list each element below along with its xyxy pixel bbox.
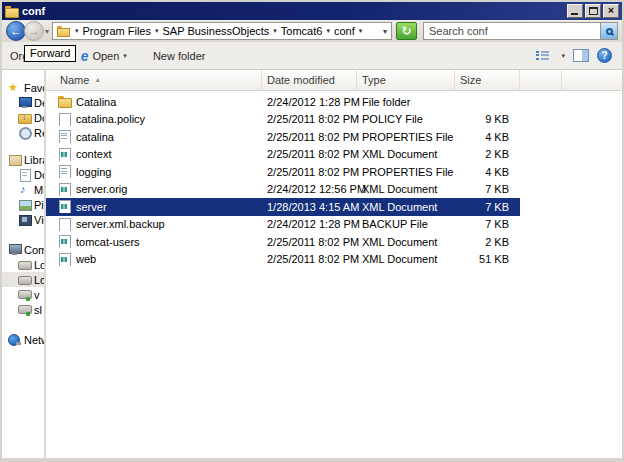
file-size: 4 KB [455,166,520,178]
netdrive-icon [18,288,31,301]
sidebar-item-videos[interactable]: Videos [2,212,44,227]
file-row[interactable]: web2/25/2011 8:02 PMXML Document51 KB [46,251,520,269]
new-folder-button[interactable]: New folder [153,50,206,62]
sidebar-item-label: Downloads [34,112,46,124]
sidebar-item-pictures[interactable]: Pictures [2,197,44,212]
window-title: conf [22,5,565,17]
column-header-date-modified[interactable]: Date modified [262,70,357,90]
sidebar-item-computer[interactable]: Computer [2,242,44,257]
internet-explorer-icon: e [81,50,89,62]
sidebar-item-label: sl [34,304,42,316]
file-row[interactable]: catalina.policy2/25/2011 8:02 PMPOLICY F… [46,111,520,129]
sort-ascending-icon: ▲ [94,76,101,83]
forward-button[interactable]: → [24,21,44,41]
breadcrumb-item[interactable]: Tomcat6 [281,25,323,37]
sidebar-item-favorites[interactable]: Favorites [2,80,44,95]
sidebar-item-recent-places[interactable]: Recent Places [2,125,44,140]
file-name-cell: Catalina [46,95,262,108]
sidebar-item-label: Network [24,334,46,346]
sidebar-item-label: Desktop [34,97,46,109]
desktop-icon [18,96,31,109]
address-dropdown-icon[interactable]: ▾ [377,27,387,36]
star-icon [8,81,21,94]
maximize-button[interactable] [585,4,601,18]
search-button[interactable] [600,23,617,39]
recent-pages-chevron-icon[interactable]: ▾ [45,27,49,36]
search-icon [606,28,613,35]
file-size: 2 KB [455,236,520,248]
sidebar-item-music[interactable]: Music [2,182,44,197]
drive-icon [18,273,31,286]
column-header-label: Name [60,74,89,86]
file-name: tomcat-users [76,236,140,248]
sidebar-item-documents[interactable]: Documents [2,167,44,182]
file-row[interactable]: server.xml.backup2/24/2012 1:28 PMBACKUP… [46,216,520,234]
breadcrumb-item[interactable]: Program Files [83,25,151,37]
close-icon: × [604,4,618,16]
column-header-name[interactable]: Name▲ [46,70,262,90]
file-row[interactable]: context2/25/2011 8:02 PMXML Document2 KB [46,146,520,164]
crumb-separator-icon: ▾ [155,27,159,35]
xml-icon [58,235,71,248]
back-button[interactable]: ← [6,21,26,41]
preview-pane-icon[interactable] [573,49,589,62]
column-header-empty[interactable] [520,70,562,90]
netdrive-icon [18,303,31,316]
sidebar-item-local-disk[interactable]: Local Disk [2,272,44,287]
breadcrumb-item[interactable]: SAP BusinessObjects [163,25,270,37]
sidebar-item-label: Music [34,184,46,196]
crumb-separator-icon: ▾ [75,27,79,35]
file-type: BACKUP File [357,218,455,230]
views-dropdown-icon[interactable]: ▾ [561,52,565,60]
file-icon [58,218,71,231]
sidebar-item-label: Videos [34,214,46,226]
file-row[interactable]: catalina2/25/2011 8:02 PMPROPERTIES File… [46,128,520,146]
views-icon[interactable] [536,51,549,61]
sidebar-item-label: Favorites [24,82,46,94]
sidebar-item-local-disk[interactable]: Local Disk [2,257,44,272]
close-button[interactable]: × [603,4,619,18]
sidebar-item-label: Recent Places [34,127,46,139]
file-name: catalina.policy [76,113,145,125]
refresh-button[interactable]: ↻ [396,22,417,40]
open-button[interactable]: Open [92,50,119,62]
sidebar-item-sl[interactable]: sl [2,302,44,317]
breadcrumb-item[interactable]: conf [334,25,355,37]
file-name: catalina [76,131,114,143]
navigation-pane: FavoritesDesktopDownloadsRecent PlacesLi… [2,70,46,458]
file-icon [58,113,71,126]
address-band: ← → ▾ ▾Program Files▾SAP BusinessObjects… [2,20,622,42]
column-header-type[interactable]: Type [357,70,455,90]
open-dropdown-icon[interactable]: ▾ [123,52,127,60]
file-size: 7 KB [455,201,520,213]
file-row[interactable]: Catalina2/24/2012 1:28 PMFile folder [46,93,520,111]
file-name-cell: server [46,200,262,213]
sidebar-item-network[interactable]: Network [2,332,44,347]
file-row[interactable]: logging2/25/2011 8:02 PMPROPERTIES File4… [46,163,520,181]
file-type: XML Document [357,236,455,248]
search-box[interactable] [423,22,618,40]
sidebar-item-libraries[interactable]: Libraries [2,152,44,167]
file-row[interactable]: tomcat-users2/25/2011 8:02 PMXML Documen… [46,233,520,251]
computer-icon [8,243,21,256]
column-header-size[interactable]: Size [455,70,520,90]
minimize-button[interactable] [567,4,583,18]
file-name: logging [76,166,111,178]
breadcrumb: ▾Program Files▾SAP BusinessObjects▾Tomca… [71,25,377,37]
file-type: XML Document [357,183,455,195]
file-row[interactable]: server1/28/2013 4:15 AMXML Document7 KB [46,198,520,216]
sidebar-item-v[interactable]: v [2,287,44,302]
search-input[interactable] [424,25,600,37]
crumb-separator-icon[interactable]: ▾ [359,27,363,35]
sidebar-item-downloads[interactable]: Downloads [2,110,44,125]
file-row[interactable]: server.orig2/24/2012 12:56 PMXML Documen… [46,181,520,199]
file-size: 7 KB [455,183,520,195]
file-name-cell: catalina.policy [46,113,262,126]
pictures-icon [18,198,31,211]
file-name-cell: logging [46,165,262,178]
column-header-label: Type [362,74,386,86]
address-bar[interactable]: ▾Program Files▾SAP BusinessObjects▾Tomca… [52,22,392,40]
sidebar-item-desktop[interactable]: Desktop [2,95,44,110]
help-icon[interactable]: ? [597,48,612,63]
sidebar-item-label: Local Disk [34,274,46,286]
